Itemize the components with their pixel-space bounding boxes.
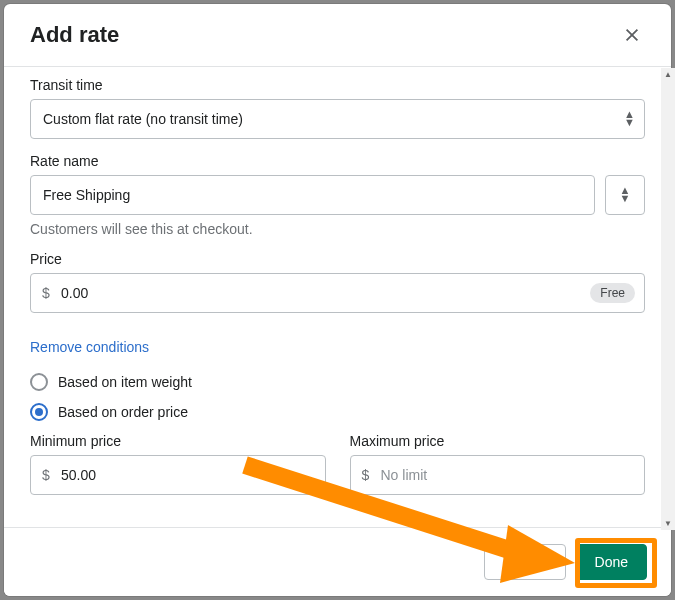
- minimum-price-field: Minimum price $: [30, 433, 326, 495]
- modal-body: Transit time ▲▼ Rate name ▲▼ Customers w…: [4, 67, 671, 527]
- price-field: Price $ Free: [30, 251, 645, 313]
- transit-time-label: Transit time: [30, 77, 645, 93]
- modal-header: Add rate: [4, 4, 671, 67]
- min-max-row: Minimum price $ Maximum price $: [30, 433, 645, 495]
- done-button[interactable]: Done: [576, 544, 647, 580]
- radio-icon-selected: [30, 403, 48, 421]
- maximum-price-label: Maximum price: [350, 433, 646, 449]
- radio-weight-label: Based on item weight: [58, 374, 192, 390]
- close-icon: [623, 26, 641, 44]
- radio-icon: [30, 373, 48, 391]
- rate-name-label: Rate name: [30, 153, 645, 169]
- add-rate-modal: Add rate Transit time ▲▼ Rate name ▲▼ Cu…: [4, 4, 671, 596]
- minimum-price-label: Minimum price: [30, 433, 326, 449]
- conditions-radio-group: Based on item weight Based on order pric…: [30, 373, 645, 421]
- radio-item-price[interactable]: Based on order price: [30, 403, 645, 421]
- modal-title: Add rate: [30, 22, 119, 48]
- price-label: Price: [30, 251, 645, 267]
- free-badge: Free: [590, 283, 635, 303]
- transit-time-select[interactable]: [30, 99, 645, 139]
- rate-name-input[interactable]: [30, 175, 595, 215]
- transit-time-field: Transit time ▲▼: [30, 77, 645, 139]
- remove-conditions-link[interactable]: Remove conditions: [30, 339, 149, 355]
- scroll-down-icon: ▼: [664, 519, 671, 528]
- close-button[interactable]: [619, 22, 645, 48]
- rate-name-field: Rate name ▲▼ Customers will see this at …: [30, 153, 645, 237]
- modal-footer: Cancel Done: [4, 527, 671, 596]
- scroll-up-icon: ▲: [664, 70, 671, 79]
- sort-icon: ▲▼: [620, 184, 631, 204]
- radio-price-label: Based on order price: [58, 404, 188, 420]
- currency-symbol: $: [42, 285, 50, 301]
- radio-item-weight[interactable]: Based on item weight: [30, 373, 645, 391]
- currency-symbol: $: [362, 467, 370, 483]
- currency-symbol: $: [42, 467, 50, 483]
- cancel-button[interactable]: Cancel: [484, 544, 566, 580]
- scrollbar[interactable]: ▲ ▼: [661, 68, 671, 530]
- maximum-price-input[interactable]: [350, 455, 646, 495]
- rate-name-help: Customers will see this at checkout.: [30, 221, 645, 237]
- price-input[interactable]: [30, 273, 645, 313]
- maximum-price-field: Maximum price $: [350, 433, 646, 495]
- minimum-price-input[interactable]: [30, 455, 326, 495]
- rate-name-sort-button[interactable]: ▲▼: [605, 175, 645, 215]
